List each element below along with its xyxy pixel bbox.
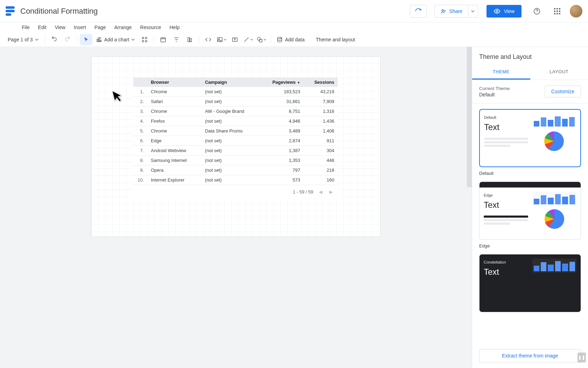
share-dropdown[interactable] (468, 5, 478, 18)
table-header-campaign[interactable]: Campaign (202, 77, 260, 87)
menu-edit[interactable]: Edit (35, 23, 50, 32)
page-prev-button[interactable]: ◀ (317, 188, 324, 196)
help-icon[interactable] (529, 4, 545, 19)
toolbar: Page 1 of 3 Add a chart Add data Theme a… (0, 32, 588, 47)
line-button[interactable] (242, 34, 254, 45)
bar-chart-icon (532, 259, 577, 273)
cell-browser: Samsung Internet (147, 156, 202, 165)
add-data-button[interactable]: Add data (274, 35, 307, 44)
add-chart-button[interactable]: Add a chart (93, 35, 138, 44)
document-title[interactable]: Conditional Formatting (20, 7, 98, 16)
svg-rect-11 (188, 38, 190, 42)
canvas-area[interactable]: Browser Campaign Pageviews▼ Sessions 1. … (0, 47, 472, 368)
table-row[interactable]: 6. Edge (not set) 2,874 911 (133, 136, 338, 146)
customize-button[interactable]: Customize (545, 86, 581, 97)
cell-browser: Edge (147, 136, 202, 146)
scroll-thumb[interactable] (467, 47, 472, 187)
table-row[interactable]: 9. Opera (not set) 797 218 (133, 165, 338, 175)
cell-browser: Opera (147, 165, 202, 175)
table-row[interactable]: 1. Chrome (not set) 183,523 43,219 (133, 87, 338, 97)
extract-theme-button[interactable]: Extract theme from image (479, 349, 581, 362)
theme-card-edge[interactable]: Edge Text (479, 182, 581, 240)
theme-preview-text: Text (484, 200, 528, 210)
menu-file[interactable]: File (18, 23, 33, 32)
data-control-button[interactable] (183, 34, 196, 45)
select-tool[interactable] (80, 34, 92, 45)
cell-campaign: (not set) (202, 156, 260, 165)
svg-rect-4 (98, 38, 99, 42)
menu-view[interactable]: View (51, 23, 69, 32)
cell-browser: Android Webview (147, 146, 202, 156)
page-next-button[interactable]: ▶ (328, 188, 334, 196)
cell-sessions: 1,406 (304, 126, 338, 136)
image-button[interactable] (215, 34, 228, 45)
row-index: 2. (133, 97, 147, 107)
table-header-row: Browser Campaign Pageviews▼ Sessions (133, 77, 338, 87)
current-theme-label: Current Theme (479, 86, 510, 91)
table-header-pageviews[interactable]: Pageviews▼ (260, 77, 303, 87)
table-header-browser[interactable]: Browser (147, 77, 202, 87)
report-canvas[interactable]: Browser Campaign Pageviews▼ Sessions 1. … (91, 56, 381, 237)
table-header-sessions[interactable]: Sessions (304, 77, 338, 87)
theme-card-constellation[interactable]: Constellation Text (479, 254, 581, 312)
svg-rect-10 (161, 38, 166, 42)
vertical-scrollbar[interactable] (467, 47, 472, 368)
row-index: 7. (133, 146, 147, 156)
page-indicator[interactable]: Page 1 of 3 (4, 35, 42, 45)
date-range-button[interactable] (157, 34, 169, 45)
app-logo-icon (6, 6, 15, 16)
table-chart[interactable]: Browser Campaign Pageviews▼ Sessions 1. … (133, 77, 338, 199)
table-row[interactable]: 3. Chrome AW - Google Brand 8,751 1,316 (133, 107, 338, 116)
theme-layout-button[interactable]: Theme and layout (312, 35, 358, 45)
cell-pageviews: 4,946 (260, 116, 303, 126)
cell-browser: Firefox (147, 116, 202, 126)
filter-control-button[interactable] (170, 34, 183, 45)
cell-pageviews: 1,353 (260, 156, 303, 165)
cell-campaign: Data Share Promo (202, 126, 260, 136)
add-data-label: Add data (285, 37, 304, 42)
view-button[interactable]: View (486, 5, 522, 18)
cell-campaign: AW - Google Brand (202, 107, 260, 116)
table-row[interactable]: 8. Samsung Internet (not set) 1,353 448 (133, 156, 338, 165)
row-index: 9. (133, 165, 147, 175)
tab-theme[interactable]: THEME (472, 65, 530, 80)
share-button[interactable]: Share (434, 5, 468, 18)
row-index: 8. (133, 156, 147, 165)
community-viz-button[interactable] (138, 34, 151, 45)
cell-sessions: 160 (304, 175, 338, 185)
table-row[interactable]: 7. Android Webview (not set) 1,387 304 (133, 146, 338, 156)
theme-label-default: Default (479, 171, 581, 176)
theme-card-default[interactable]: Default Text (479, 109, 581, 167)
user-avatar[interactable] (570, 5, 582, 18)
cell-pageviews: 31,661 (260, 97, 303, 107)
table-row[interactable]: 10. Internet Explorer (not set) 573 160 (133, 175, 338, 185)
table-row[interactable]: 5. Chrome Data Share Promo 3,489 1,406 (133, 126, 338, 136)
menu-insert[interactable]: Insert (70, 23, 90, 32)
url-embed-button[interactable] (202, 34, 215, 45)
svg-point-8 (142, 40, 144, 42)
svg-rect-5 (100, 40, 101, 42)
cell-sessions: 1,436 (304, 116, 338, 126)
table-row[interactable]: 2. Safari (not set) 31,661 7,909 (133, 97, 338, 107)
cell-pageviews: 573 (260, 175, 303, 185)
redo-button[interactable] (61, 34, 74, 45)
shape-button[interactable] (255, 34, 268, 45)
text-button[interactable] (229, 34, 241, 45)
tab-layout[interactable]: LAYOUT (530, 65, 588, 80)
menu-page[interactable]: Page (91, 23, 110, 32)
cell-sessions: 218 (304, 165, 338, 175)
menu-help[interactable]: Help (166, 23, 183, 32)
cell-sessions: 448 (304, 156, 338, 165)
refresh-button[interactable] (410, 5, 427, 18)
cell-browser: Chrome (147, 126, 202, 136)
svg-rect-3 (97, 39, 98, 42)
undo-button[interactable] (48, 34, 61, 45)
apps-icon[interactable] (550, 4, 565, 19)
table-row[interactable]: 4. Firefox (not set) 4,946 1,436 (133, 116, 338, 126)
menu-arrange[interactable]: Arrange (111, 23, 135, 32)
menu-resource[interactable]: Resource (136, 23, 164, 32)
cell-pageviews: 3,489 (260, 126, 303, 136)
theme-list[interactable]: Default Text Default Edge Text (472, 103, 588, 345)
dropdown-icon (131, 38, 135, 41)
cell-sessions: 304 (304, 146, 338, 156)
